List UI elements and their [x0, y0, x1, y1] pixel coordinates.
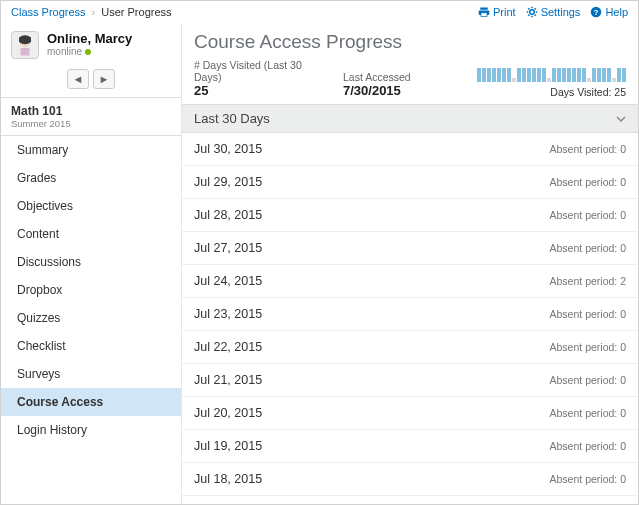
stat-label: Last Accessed: [343, 71, 453, 83]
help-link[interactable]: ? Help: [590, 6, 628, 18]
row-date: Jul 21, 2015: [194, 373, 262, 387]
spark-bar: [502, 68, 506, 82]
row-date: Jul 20, 2015: [194, 406, 262, 420]
side-menu: SummaryGradesObjectivesContentDiscussion…: [1, 136, 181, 444]
user-nav: ◄ ►: [1, 67, 181, 97]
row-absent-period: Absent period: 0: [550, 440, 626, 452]
main-column: Course Access Progress # Days Visited (L…: [181, 23, 638, 504]
user-name: Online, Marcy: [47, 31, 132, 46]
print-label: Print: [493, 6, 516, 18]
list-item[interactable]: Jul 29, 2015Absent period: 0: [182, 166, 638, 199]
sidebar-item-grades[interactable]: Grades: [1, 164, 181, 192]
sidebar-item-surveys[interactable]: Surveys: [1, 360, 181, 388]
topbar: Class Progress › User Progress Print Set…: [1, 1, 638, 23]
next-user-button[interactable]: ►: [93, 69, 115, 89]
access-list[interactable]: Jul 30, 2015Absent period: 0Jul 29, 2015…: [182, 133, 638, 504]
print-link[interactable]: Print: [478, 6, 516, 18]
settings-label: Settings: [541, 6, 581, 18]
sidebar-item-summary[interactable]: Summary: [1, 136, 181, 164]
row-date: Jul 28, 2015: [194, 208, 262, 222]
user-handle: monline: [47, 46, 132, 57]
list-item[interactable]: Jul 23, 2015Absent period: 0: [182, 298, 638, 331]
row-absent-period: Absent period: 0: [550, 143, 626, 155]
spark-bar: [477, 68, 481, 82]
sidebar-item-objectives[interactable]: Objectives: [1, 192, 181, 220]
row-date: Jul 27, 2015: [194, 241, 262, 255]
spark-bar: [567, 68, 571, 82]
svg-rect-0: [480, 8, 488, 10]
sidebar-item-discussions[interactable]: Discussions: [1, 248, 181, 276]
list-item[interactable]: Jul 28, 2015Absent period: 0: [182, 199, 638, 232]
breadcrumb: Class Progress › User Progress: [11, 6, 172, 18]
list-item[interactable]: Jul 22, 2015Absent period: 0: [182, 331, 638, 364]
left-column: Online, Marcy monline ◄ ► Math 101 Summe…: [1, 23, 181, 504]
prev-user-button[interactable]: ◄: [67, 69, 89, 89]
sidebar-item-checklist[interactable]: Checklist: [1, 332, 181, 360]
sparkline-bars: [477, 66, 626, 82]
row-absent-period: Absent period: 0: [550, 407, 626, 419]
stats-row: # Days Visited (Last 30 Days) 25 Last Ac…: [194, 59, 626, 98]
spark-bar: [497, 68, 501, 82]
sidebar-item-course-access[interactable]: Course Access: [1, 388, 181, 416]
row-absent-period: Absent period: 0: [550, 209, 626, 221]
sidebar-item-dropbox[interactable]: Dropbox: [1, 276, 181, 304]
online-indicator-icon: [85, 49, 91, 55]
spark-bar: [617, 68, 621, 82]
spark-bar: [522, 68, 526, 82]
spark-bar: [612, 78, 616, 82]
svg-text:?: ?: [594, 8, 599, 17]
row-absent-period: Absent period: 0: [550, 308, 626, 320]
sidebar-item-quizzes[interactable]: Quizzes: [1, 304, 181, 332]
row-date: Jul 19, 2015: [194, 439, 262, 453]
row-date: Jul 29, 2015: [194, 175, 262, 189]
gear-icon: [526, 6, 538, 18]
list-item[interactable]: Jul 21, 2015Absent period: 0: [182, 364, 638, 397]
course-name: Math 101: [11, 104, 171, 118]
row-absent-period: Absent period: 0: [550, 242, 626, 254]
user-handle-text: monline: [47, 46, 82, 57]
breadcrumb-root-link[interactable]: Class Progress: [11, 6, 86, 18]
spark-bar: [587, 78, 591, 82]
list-item[interactable]: Jul 27, 2015Absent period: 0: [182, 232, 638, 265]
stat-label: # Days Visited (Last 30 Days): [194, 59, 319, 83]
spark-bar: [622, 68, 626, 82]
row-absent-period: Absent period: 2: [550, 275, 626, 287]
spark-bar: [592, 68, 596, 82]
row-absent-period: Absent period: 0: [550, 374, 626, 386]
spark-bar: [607, 68, 611, 82]
settings-link[interactable]: Settings: [526, 6, 581, 18]
list-item[interactable]: Jul 19, 2015Absent period: 0: [182, 430, 638, 463]
spark-bar: [537, 68, 541, 82]
spark-bar: [507, 68, 511, 82]
list-item[interactable]: Jul 24, 2015Absent period: 2: [182, 265, 638, 298]
help-label: Help: [605, 6, 628, 18]
stat-value: 7/30/2015: [343, 83, 453, 98]
sparkline-block: Days Visited: 25: [477, 66, 626, 98]
list-item[interactable]: Jul 30, 2015Absent period: 0: [182, 133, 638, 166]
spark-bar: [547, 78, 551, 82]
print-icon: [478, 6, 490, 18]
spark-bar: [582, 68, 586, 82]
section-header[interactable]: Last 30 Days: [182, 104, 638, 133]
list-item[interactable]: Jul 15, 2015Absent period: 2: [182, 496, 638, 504]
spark-bar: [542, 68, 546, 82]
list-item[interactable]: Jul 18, 2015Absent period: 0: [182, 463, 638, 496]
course-block: Math 101 Summer 2015: [1, 97, 181, 136]
course-term: Summer 2015: [11, 118, 171, 129]
spark-bar: [562, 68, 566, 82]
spark-bar: [577, 68, 581, 82]
spark-bar: [532, 68, 536, 82]
row-absent-period: Absent period: 0: [550, 341, 626, 353]
row-date: Jul 24, 2015: [194, 274, 262, 288]
chevron-down-icon: [616, 114, 626, 124]
spark-bar: [572, 68, 576, 82]
row-date: Jul 30, 2015: [194, 142, 262, 156]
avatar: [11, 31, 39, 59]
spark-bar: [492, 68, 496, 82]
row-date: Jul 22, 2015: [194, 340, 262, 354]
sidebar-item-login-history[interactable]: Login History: [1, 416, 181, 444]
sidebar-item-content[interactable]: Content: [1, 220, 181, 248]
list-item[interactable]: Jul 20, 2015Absent period: 0: [182, 397, 638, 430]
row-date: Jul 23, 2015: [194, 307, 262, 321]
top-links: Print Settings ? Help: [478, 6, 628, 18]
